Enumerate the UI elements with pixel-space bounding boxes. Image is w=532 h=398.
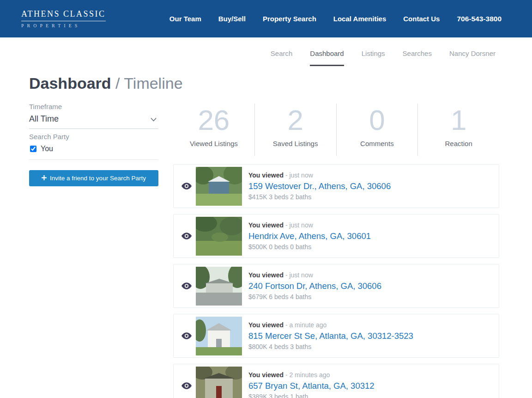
listing-details: $500K 0 beds 0 baths [248,243,371,251]
stat-value: 1 [418,104,499,136]
listing-address-link[interactable]: 657 Bryan St, Atlanta, GA, 30312 [248,381,375,391]
listing-address-link[interactable]: 815 Mercer St Se, Atlanta, GA, 30312-352… [248,331,413,341]
listing-details: $679K 6 beds 4 baths [248,293,381,300]
timeline-card: You viewed - just now Hendrix Ave, Athen… [173,214,499,258]
activity-actor: You viewed [248,171,284,179]
stats-row: 26 Viewed Listings 2 Saved Listings 0 Co… [173,104,499,156]
brand-logo[interactable]: ATHENS CLASSIC PROPERTIES [21,9,106,28]
listing-info: You viewed - 2 minutes ago 657 Bryan St,… [248,371,375,398]
sidebar: Timeframe All Time Search Party You Invi… [29,99,158,398]
primary-nav: Our Team Buy/Sell Property Search Local … [169,15,502,23]
listing-info: You viewed - just now Hendrix Ave, Athen… [248,221,371,251]
top-header: ATHENS CLASSIC PROPERTIES Our Team Buy/S… [0,0,532,37]
nav-our-team[interactable]: Our Team [169,15,201,23]
nav-property-search[interactable]: Property Search [263,15,316,23]
timeframe-label: Timeframe [29,103,158,110]
activity-time: - 2 minutes ago [285,371,330,379]
you-label: You [41,145,53,153]
subnav: Search Dashboard Listings Searches Nancy… [0,37,532,66]
activity-time: - a minute ago [285,321,327,329]
nav-buy-sell[interactable]: Buy/Sell [218,15,246,23]
timeline-card: You viewed - a minute ago 815 Mercer St … [173,314,499,358]
listing-info: You viewed - a minute ago 815 Mercer St … [248,321,413,350]
eye-icon [177,382,196,389]
nav-local-amenities[interactable]: Local Amenities [333,15,386,23]
listing-address-link[interactable]: 240 Fortson Dr, Athens, GA, 30606 [248,281,381,291]
stat-label: Comments [337,140,418,147]
page-title-main: Dashboard [29,74,111,92]
stat-comments: 0 Comments [336,104,418,156]
stat-label: Reaction [418,140,499,147]
nav-contact-us[interactable]: Contact Us [403,15,440,23]
search-party-member-row: You [29,141,158,160]
timeline-card: You viewed - 2 minutes ago 657 Bryan St,… [173,364,499,398]
stat-saved-listings: 2 Saved Listings [254,104,336,156]
listing-address-link[interactable]: 159 Westover Dr., Athens, GA, 30606 [248,181,391,191]
stat-reaction: 1 Reaction [417,104,499,156]
tab-searches[interactable]: Searches [403,49,432,66]
activity-time: - just now [285,171,313,179]
listing-info: You viewed - just now 240 Fortson Dr, At… [248,271,381,300]
listing-photo[interactable] [196,317,242,355]
stat-value: 2 [255,104,336,136]
tab-user-nancy-dorsner[interactable]: Nancy Dorsner [449,49,496,66]
page-title-sub: Timeline [124,74,182,92]
timeline-card: You viewed - just now 240 Fortson Dr, At… [173,264,499,308]
brand-subtitle: PROPERTIES [21,23,106,28]
invite-friend-button[interactable]: Invite a friend to your Search Party [29,170,158,186]
invite-friend-label: Invite a friend to your Search Party [50,175,146,182]
brand-name: ATHENS CLASSIC [21,9,106,21]
activity-time: - just now [285,271,313,279]
timeline-card: You viewed - just now 159 Westover Dr., … [173,164,499,208]
activity-actor: You viewed [248,221,284,229]
listing-info: You viewed - just now 159 Westover Dr., … [248,171,391,201]
content: 26 Viewed Listings 2 Saved Listings 0 Co… [173,99,499,398]
listing-photo[interactable] [196,217,242,256]
stat-label: Saved Listings [255,140,336,147]
timeline: You viewed - just now 159 Westover Dr., … [173,164,499,398]
stat-value: 26 [173,104,254,136]
activity-time: - just now [285,221,313,229]
tab-listings[interactable]: Listings [362,49,385,66]
listing-address-link[interactable]: Hendrix Ave, Athens, GA, 30601 [248,231,371,241]
listing-details: $389K 3 beds 1 bath [248,393,375,398]
stat-viewed-listings: 26 Viewed Listings [173,104,254,156]
stat-label: Viewed Listings [173,140,254,147]
activity-actor: You viewed [248,371,284,379]
activity-actor: You viewed [248,271,284,279]
plus-icon [42,175,47,182]
listing-photo[interactable] [196,367,242,398]
activity-actor: You viewed [248,321,284,329]
phone-number[interactable]: 706-543-3800 [457,15,502,23]
eye-icon [177,233,196,239]
chevron-down-icon [151,114,157,124]
stat-value: 0 [337,104,418,136]
listing-photo[interactable] [196,167,242,206]
listing-details: $800K 4 beds 3 baths [248,343,413,350]
listing-photo[interactable] [196,267,242,306]
search-party-label: Search Party [29,133,158,141]
eye-icon [177,282,196,289]
timeframe-select[interactable]: All Time [29,110,158,129]
page-title: Dashboard / Timeline [0,66,532,99]
main-columns: Timeframe All Time Search Party You Invi… [0,99,532,398]
tab-dashboard[interactable]: Dashboard [310,49,344,66]
you-checkbox[interactable] [30,146,36,152]
tab-search[interactable]: Search [271,49,293,66]
timeframe-value: All Time [29,114,59,124]
page-title-separator: / [111,74,124,92]
eye-icon [177,332,196,339]
eye-icon [177,183,196,190]
listing-details: $415K 3 beds 2 baths [248,193,391,201]
